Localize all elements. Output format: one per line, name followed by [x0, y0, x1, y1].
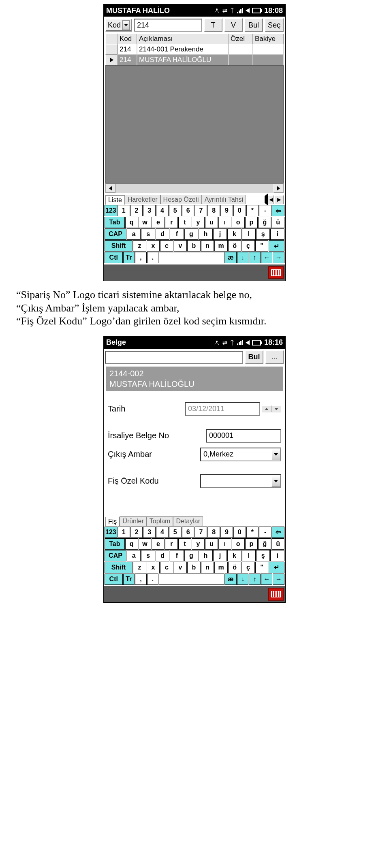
ctrl-key[interactable]: Ctl	[105, 574, 123, 585]
key[interactable]: a	[127, 550, 141, 561]
scroll-left-icon[interactable]	[106, 184, 115, 193]
enter-key[interactable]: ↵	[269, 562, 284, 573]
key[interactable]: w	[139, 538, 152, 550]
key[interactable]: h	[199, 228, 212, 240]
key[interactable]: x	[147, 240, 160, 252]
tab-hesap-ozeti[interactable]: Hesap Özeti	[160, 195, 202, 204]
key[interactable]: "	[255, 240, 269, 252]
select-button[interactable]: Seç	[265, 18, 284, 32]
key[interactable]: 8	[207, 527, 220, 538]
cikis-ambar-select[interactable]: 0,Merkez	[200, 448, 281, 461]
key-123[interactable]: 123	[105, 205, 117, 216]
key[interactable]: h	[199, 550, 212, 561]
key[interactable]: p	[245, 538, 258, 550]
key[interactable]: j	[213, 228, 227, 240]
caps-key[interactable]: CAP	[105, 228, 126, 240]
key[interactable]: g	[184, 228, 198, 240]
tab-key[interactable]: Tab	[105, 538, 125, 550]
table-row[interactable]: 214 MUSTAFA HALİLOĞLU	[105, 55, 284, 65]
key[interactable]: f	[170, 550, 184, 561]
key[interactable]: t	[178, 217, 191, 228]
right-key[interactable]: →	[273, 574, 284, 585]
key[interactable]: ü	[271, 217, 284, 228]
caps-key[interactable]: CAP	[105, 550, 126, 561]
key[interactable]: ,	[135, 574, 147, 585]
key[interactable]: 1	[118, 527, 130, 538]
horizontal-scrollbar[interactable]	[105, 183, 284, 193]
key[interactable]: o	[232, 538, 245, 550]
key[interactable]: l	[242, 550, 256, 561]
key[interactable]: q	[125, 538, 138, 550]
tab-key[interactable]: Tab	[105, 217, 125, 228]
backspace-key[interactable]: ⇦	[272, 205, 284, 216]
shift-key[interactable]: Shift	[105, 240, 133, 252]
key[interactable]: a	[127, 228, 141, 240]
key[interactable]: 0	[233, 205, 246, 216]
key[interactable]: y	[192, 538, 205, 550]
key[interactable]: 4	[156, 205, 169, 216]
key[interactable]: *	[246, 527, 259, 538]
header-bakiye[interactable]: Bakiye	[253, 34, 284, 44]
key[interactable]: l	[242, 228, 256, 240]
key[interactable]: 1	[118, 205, 130, 216]
key[interactable]: r	[165, 538, 178, 550]
ae-key[interactable]: æ	[225, 252, 237, 263]
header-ozel[interactable]: Özel	[229, 34, 253, 44]
key[interactable]: 0	[233, 527, 246, 538]
key[interactable]: r	[165, 217, 178, 228]
lang-key[interactable]: Tr	[123, 252, 135, 263]
on-screen-keyboard[interactable]: 123 1 2 3 4 5 6 7 8 9 0 * - ⇦ Tab q w e …	[104, 204, 285, 264]
tab-nav-left-icon[interactable]: ◄	[265, 195, 274, 204]
scroll-track[interactable]	[115, 184, 274, 193]
key[interactable]: -	[259, 527, 271, 538]
key[interactable]: ı	[218, 538, 231, 550]
tab-fis[interactable]: Fiş	[105, 517, 120, 526]
key[interactable]: m	[214, 562, 228, 573]
key[interactable]: z	[133, 562, 146, 573]
key[interactable]: g	[184, 550, 198, 561]
down-key[interactable]: ↓	[237, 252, 249, 263]
key-123[interactable]: 123	[105, 527, 117, 538]
keyboard-toggle-icon[interactable]	[268, 266, 284, 279]
up-key[interactable]: ↑	[249, 574, 261, 585]
key[interactable]: u	[205, 538, 218, 550]
search-input[interactable]	[105, 351, 243, 364]
left-key[interactable]: ←	[261, 574, 273, 585]
key[interactable]: n	[201, 240, 214, 252]
tab-nav-right-icon[interactable]: ►	[275, 195, 284, 204]
key[interactable]: y	[192, 217, 205, 228]
key[interactable]: v	[174, 562, 187, 573]
spin-up-icon[interactable]	[262, 405, 271, 412]
key[interactable]: ş	[256, 550, 270, 561]
date-spinner[interactable]	[262, 405, 281, 412]
tarih-input[interactable]: 03/12/2011	[185, 402, 260, 416]
key[interactable]: ö	[228, 562, 242, 573]
tab-liste[interactable]: Liste	[105, 195, 125, 205]
key[interactable]: ı	[218, 217, 231, 228]
key[interactable]: 7	[194, 205, 207, 216]
key[interactable]: ğ	[258, 538, 271, 550]
key[interactable]: 6	[182, 527, 194, 538]
irsaliye-input[interactable]: 000001	[206, 429, 281, 443]
spin-down-icon[interactable]	[271, 405, 281, 412]
key[interactable]: 7	[194, 527, 207, 538]
key[interactable]: ğ	[258, 217, 271, 228]
key[interactable]: ç	[242, 562, 255, 573]
key[interactable]: d	[156, 550, 169, 561]
on-screen-keyboard[interactable]: 123 1 2 3 4 5 6 7 8 9 0 * - ⇦ Tab q w e …	[104, 526, 285, 586]
chevron-down-icon[interactable]	[271, 449, 280, 460]
key[interactable]: 5	[169, 205, 182, 216]
fis-ozel-select[interactable]	[200, 474, 281, 488]
left-key[interactable]: ←	[261, 252, 273, 263]
key[interactable]: e	[152, 217, 165, 228]
backspace-key[interactable]: ⇦	[272, 527, 284, 538]
key[interactable]: x	[147, 562, 160, 573]
key[interactable]: 9	[220, 205, 233, 216]
key[interactable]: z	[133, 240, 146, 252]
key[interactable]: .	[147, 252, 159, 263]
key[interactable]: ,	[135, 252, 147, 263]
lang-key[interactable]: Tr	[123, 574, 135, 585]
search-field-combo[interactable]: Kod	[105, 19, 132, 32]
key[interactable]: 2	[130, 527, 143, 538]
ctrl-key[interactable]: Ctl	[105, 252, 123, 263]
